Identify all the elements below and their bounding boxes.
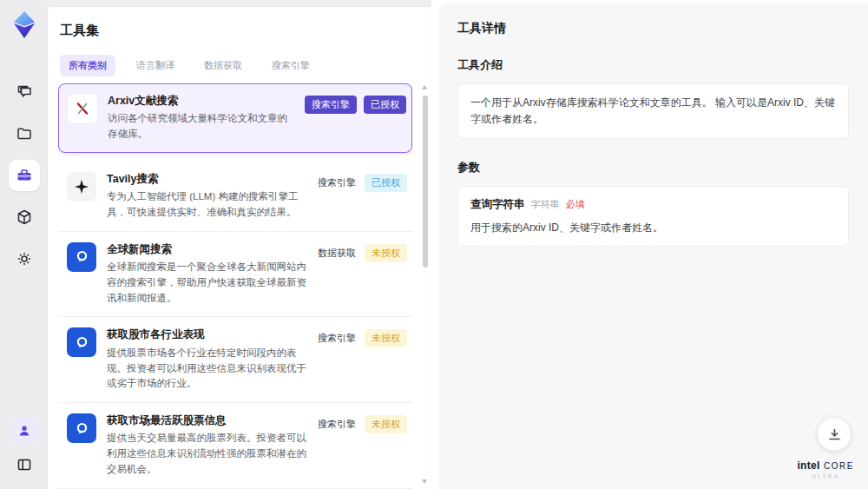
param-desc: 用于搜索的Arxiv ID、关键字或作者姓名。 <box>470 220 836 235</box>
panel-toggle-icon[interactable] <box>9 453 40 477</box>
top-strip <box>48 0 431 7</box>
param-required-badge: 必填 <box>566 198 585 211</box>
intro-heading: 工具介绍 <box>457 57 849 73</box>
news-search-icon <box>67 242 96 272</box>
detail-title: 工具详情 <box>457 21 849 36</box>
tool-desc: 专为人工智能代理 (LLM) 构建的搜索引擎工具，可快速提供实时、准确和真实的结… <box>107 189 307 221</box>
param-name: 查询字符串 <box>470 197 525 212</box>
tool-item-active-stocks[interactable]: 获取市场最活跃股票信息 提供当天交易量最高的股票列表。投资者可以利用这些信息来识… <box>58 403 412 489</box>
auth-badge: 已授权 <box>364 96 406 114</box>
sidebar-bottom <box>9 418 40 477</box>
tool-name: Arxiv文献搜索 <box>108 94 296 108</box>
tab-all-categories[interactable]: 所有类别 <box>60 55 115 76</box>
cube-icon[interactable] <box>9 202 40 233</box>
category-label: 搜索引擎 <box>316 174 358 192</box>
intro-text: 一个用于从Arxiv存储库搜索科学论文和文章的工具。 输入可以是Arxiv ID… <box>470 95 836 128</box>
auth-badge: 未授权 <box>365 415 407 433</box>
category-label: 搜索引擎 <box>316 415 358 433</box>
tool-list: Arxiv文献搜索 访问各个研究领域大量科学论文和文章的存储库。 搜索引擎 已授… <box>58 83 412 489</box>
tool-item-global-news[interactable]: 全球新闻搜索 全球新闻搜索是一个聚合全球各大新闻网站内容的搜索引擎，帮助用户快速… <box>58 232 412 318</box>
user-icon[interactable] <box>11 418 37 444</box>
scrollbar-thumb[interactable] <box>423 96 428 268</box>
tool-desc: 访问各个研究领域大量科学论文和文章的存储库。 <box>108 111 296 142</box>
app-window: 工具集 所有类别 语言翻译 数据获取 搜索引擎 Arxiv文献搜索 访问各个研究… <box>0 0 868 489</box>
tool-item-tavily[interactable]: Tavily搜索 专为人工智能代理 (LLM) 构建的搜索引擎工具，可快速提供实… <box>58 162 412 232</box>
category-label: 数据获取 <box>316 244 358 262</box>
download-button[interactable] <box>818 418 851 451</box>
tool-name: 获取股市各行业表现 <box>107 327 307 341</box>
tool-desc: 提供当天交易量最高的股票列表。投资者可以利用这些信息来识别流动性强的股票和潜在的… <box>107 431 307 477</box>
sidebar-nav <box>9 76 40 274</box>
page-title: 工具集 <box>60 23 423 39</box>
tab-data-fetch[interactable]: 数据获取 <box>195 55 251 76</box>
sidebar <box>0 0 48 489</box>
category-badge: 搜索引擎 <box>305 96 357 114</box>
tavily-icon <box>67 172 96 202</box>
tool-detail-panel: 工具详情 工具介绍 一个用于从Arxiv存储库搜索科学论文和文章的工具。 输入可… <box>438 3 868 489</box>
tab-search-engine[interactable]: 搜索引擎 <box>263 55 319 76</box>
category-tabs: 所有类别 语言翻译 数据获取 搜索引擎 <box>60 55 423 76</box>
toolbox-icon[interactable] <box>9 160 40 191</box>
category-label: 搜索引擎 <box>316 329 358 347</box>
param-type: 字符串 <box>531 198 560 211</box>
active-stocks-icon <box>67 413 96 443</box>
tool-desc: 全球新闻搜索是一个聚合全球各大新闻网站内容的搜索引擎，帮助用户快速获取全球最新资… <box>107 260 307 306</box>
param-box: 查询字符串 字符串 必填 用于搜索的Arxiv ID、关键字或作者姓名。 <box>457 186 849 247</box>
auth-badge: 未授权 <box>365 329 407 347</box>
stock-sector-icon <box>67 327 96 357</box>
tool-list-panel: 工具集 所有类别 语言翻译 数据获取 搜索引擎 Arxiv文献搜索 访问各个研究… <box>48 7 431 489</box>
scrollbar-up-arrow[interactable] <box>422 85 427 89</box>
intel-core-logo: intel CORE ULTRA <box>797 457 854 480</box>
gear-icon[interactable] <box>9 243 40 274</box>
list-scrollbar[interactable] <box>422 83 428 486</box>
tool-name: 全球新闻搜索 <box>107 242 307 256</box>
tab-language-translation[interactable]: 语言翻译 <box>128 55 183 76</box>
folder-icon[interactable] <box>9 118 40 149</box>
arxiv-icon <box>68 94 97 123</box>
app-logo <box>10 9 39 40</box>
tool-item-arxiv[interactable]: Arxiv文献搜索 访问各个研究领域大量科学论文和文章的存储库。 搜索引擎 已授… <box>58 83 412 153</box>
intro-box: 一个用于从Arxiv存储库搜索科学论文和文章的工具。 输入可以是Arxiv ID… <box>457 83 849 139</box>
tool-name: 获取市场最活跃股票信息 <box>107 413 307 427</box>
core-wordmark: CORE <box>824 461 854 471</box>
intel-wordmark: intel <box>797 459 819 472</box>
params-heading: 参数 <box>457 160 849 175</box>
tool-desc: 提供股票市场各个行业在特定时间段内的表现。投资者可以利用这些信息来识别表现优于或… <box>107 346 307 392</box>
chat-icon[interactable] <box>9 76 40 108</box>
tool-item-stock-sector[interactable]: 获取股市各行业表现 提供股票市场各个行业在特定时间段内的表现。投资者可以利用这些… <box>58 317 412 403</box>
auth-badge: 未授权 <box>365 244 407 262</box>
auth-badge: 已授权 <box>365 174 407 192</box>
tool-name: Tavily搜索 <box>107 172 307 186</box>
ultra-wordmark: ULTRA <box>797 473 854 480</box>
scrollbar-down-arrow[interactable] <box>422 479 427 484</box>
